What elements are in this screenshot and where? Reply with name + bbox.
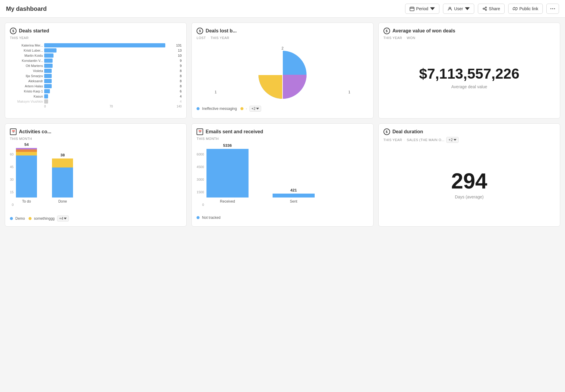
deals-started-icon: $: [10, 28, 17, 34]
link-icon: [513, 6, 518, 11]
received-label: Received: [220, 199, 235, 204]
calendar-icon: [410, 6, 414, 11]
todo-seg-orange: [16, 149, 37, 152]
period-button[interactable]: Period: [405, 4, 439, 14]
deal-duration-label: Days (average): [455, 194, 484, 199]
average-value-subtitle: THIS YEAR · WON: [383, 36, 555, 40]
legend-dot-orange: [240, 107, 243, 110]
done-label: Done: [58, 199, 67, 204]
emails-card: 📅 Emails sent and received THIS MONTH 60…: [191, 123, 373, 227]
deal-duration-header: $ Deal duration: [383, 128, 555, 135]
bar-row-3: Martin Koidu 10: [10, 53, 182, 58]
legend-dot-blue: [197, 107, 200, 110]
chevron-down-icon: [465, 6, 470, 11]
pie-label-left: 1: [215, 90, 217, 94]
received-bar-group: 5336 Received: [206, 143, 249, 204]
activities-card: 📅 Activities co... THIS MONTH 60 45 30 1…: [5, 123, 187, 227]
svg-point-6: [483, 8, 484, 9]
deal-duration-number: 294: [451, 169, 487, 193]
bar-row-7: Ilja Smarjov 8: [10, 74, 182, 78]
chevron-down-icon: [64, 218, 67, 219]
emails-icon: 📅: [197, 128, 203, 135]
todo-seg-yellow: [16, 152, 37, 155]
bar-row-9: Artem Halas 8: [10, 84, 182, 88]
deals-lost-subtitle: LOST · THIS YEAR: [197, 36, 368, 40]
deals-started-subtitle: THIS YEAR: [10, 36, 182, 40]
svg-point-7: [485, 9, 487, 11]
activities-subtitle: THIS MONTH: [10, 137, 182, 140]
emails-legend: Not tracked: [197, 213, 368, 220]
bar-row-12: Maksym Viushkin 4: [10, 99, 182, 104]
deals-started-header: $ Deals started: [10, 28, 182, 34]
deal-duration-more[interactable]: +2: [446, 137, 459, 143]
activities-header: 📅 Activities co...: [10, 128, 182, 135]
sent-label: Sent: [290, 199, 297, 204]
deal-duration-display: 294 Days (average): [383, 146, 555, 222]
average-value-card: $ Average value of won deals THIS YEAR ·…: [378, 23, 560, 119]
deal-duration-card: $ Deal duration THIS YEAR · SALES (THE M…: [378, 123, 560, 227]
chevron-down-icon: [430, 6, 435, 11]
activities-icon: 📅: [10, 128, 17, 135]
bar-row-8: Aleksandr 8: [10, 79, 182, 83]
todo-bar-group: 54 To do: [16, 142, 37, 204]
share-button[interactable]: Share: [478, 4, 505, 14]
received-bar: [206, 149, 249, 198]
todo-seg-blue: [16, 155, 37, 198]
deals-started-card: $ Deals started THIS YEAR Katerina Mer..…: [5, 23, 187, 119]
deals-started-chart: Katerina Mer... 131 Kristi Luber... 13 M…: [10, 43, 182, 108]
bar-row-10: Kristo Karp 1 6: [10, 89, 182, 93]
deals-lost-legend: Ineffective messaging · +2: [197, 103, 368, 112]
ellipsis-icon: [550, 6, 555, 11]
deals-lost-header: $ Deals lost b...: [197, 28, 368, 34]
svg-point-11: [552, 8, 553, 9]
deals-lost-pie: 2 1 1: [197, 43, 368, 103]
bar-row-4: Konstantin V... 9: [10, 59, 182, 63]
chevron-down-icon: [454, 139, 457, 141]
pie-label-top: 2: [282, 46, 284, 50]
svg-point-12: [554, 8, 555, 9]
emails-legend-dot: [197, 216, 200, 219]
pie-label-right: 1: [348, 90, 350, 94]
svg-line-9: [484, 9, 485, 10]
todo-value: 54: [24, 142, 29, 147]
deal-duration-subtitle: THIS YEAR · SALES (THE MAIN O... +2: [383, 137, 555, 143]
activities-legend: Demo somethinggg +4: [10, 213, 182, 222]
svg-rect-0: [410, 7, 414, 11]
done-value: 38: [60, 153, 65, 157]
user-button[interactable]: User: [443, 4, 474, 14]
app-header: My dashboard Period User Share Public li…: [0, 0, 565, 18]
received-value: 5336: [223, 143, 232, 148]
deal-duration-icon: $: [383, 128, 390, 135]
page-title: My dashboard: [6, 5, 402, 12]
emails-subtitle: THIS MONTH: [197, 137, 368, 140]
legend-more-button[interactable]: +2: [249, 106, 261, 112]
emails-chart-area: 6000 4500 3000 1500 0 5336 Received 421: [197, 144, 368, 213]
bar-row-1: Katerina Mer... 131: [10, 43, 182, 47]
average-value-number: $7,113,557,226: [419, 65, 519, 82]
user-icon: [447, 6, 452, 11]
share-icon: [482, 6, 487, 11]
svg-point-10: [551, 8, 551, 9]
done-seg-yellow: [52, 158, 73, 167]
activities-legend-more[interactable]: +4: [57, 216, 69, 222]
public-link-button[interactable]: Public link: [508, 4, 543, 14]
average-value-icon: $: [383, 28, 390, 34]
sent-value: 421: [290, 188, 297, 192]
average-value-display: $7,113,557,226 Average deal value: [383, 43, 555, 111]
deals-lost-card: $ Deals lost b... LOST · THIS YEAR 2 1: [191, 23, 373, 119]
sent-bar-group: 421 Sent: [273, 188, 315, 204]
more-options-button[interactable]: [546, 4, 559, 14]
pie-chart-svg: [252, 48, 313, 102]
svg-line-8: [484, 8, 485, 8]
activities-legend-dot-yellow: [29, 217, 32, 220]
svg-point-5: [485, 7, 487, 8]
activities-legend-dot-blue: [10, 217, 13, 220]
emails-bars: 5336 Received 421 Sent: [206, 146, 368, 211]
emails-y-axis: 6000 4500 3000 1500 0: [197, 152, 206, 207]
average-value-label: Average deal value: [451, 84, 487, 89]
chevron-down-icon: [256, 108, 259, 110]
bar-row-11: Kasun 4: [10, 94, 182, 98]
bar-row-6: Violeta 8: [10, 69, 182, 73]
todo-label: To do: [22, 199, 31, 204]
bar-row-2: Kristi Luber... 13: [10, 48, 182, 53]
